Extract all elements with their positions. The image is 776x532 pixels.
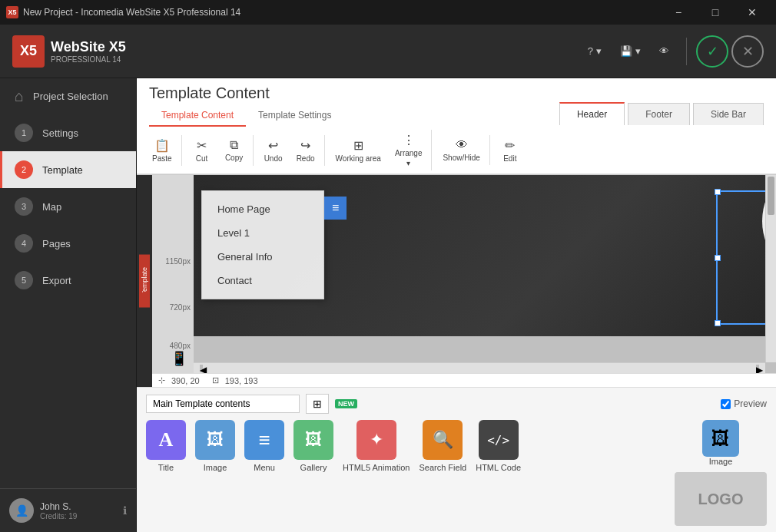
sidebar-item-pages[interactable]: 4 Pages	[0, 225, 136, 262]
sidebar-label-settings: Settings	[42, 127, 78, 139]
sidebar-item-project-selection[interactable]: ⌂ Project Selection	[0, 78, 136, 114]
sidebar-item-export[interactable]: 5 Export	[0, 262, 136, 299]
header-close-button[interactable]: ✕	[731, 35, 764, 68]
step-number-3: 3	[15, 197, 33, 216]
horizontal-scrollbar[interactable]: ◀ ▶	[194, 362, 765, 373]
avatar: 👤	[9, 498, 34, 523]
logo-icon: X5	[12, 35, 45, 68]
arrange-chevron: ▾	[406, 159, 410, 167]
edit-icon: ✏	[505, 138, 515, 153]
window-title: New Project - Incomedia WebSite X5 Profe…	[23, 7, 661, 18]
nav-item-home[interactable]: Home Page	[202, 197, 323, 221]
menu-icon: ≡	[244, 420, 284, 460]
working-area-label: Working area	[336, 154, 381, 163]
redo-label: Redo	[297, 154, 315, 163]
preview-checkbox[interactable]	[721, 399, 731, 409]
object-gallery[interactable]: 🖼 Gallery	[293, 420, 333, 472]
cut-button[interactable]: ✂ Cut	[187, 135, 217, 166]
sel-handle-tl[interactable]	[715, 189, 721, 195]
object-label-image: Image	[204, 463, 227, 472]
scroll-right-btn[interactable]: ▶	[756, 365, 759, 372]
save-button[interactable]: 💾 ▾	[612, 41, 648, 61]
arrange-button[interactable]: ⋮ Arrange ▾	[389, 130, 429, 170]
gallery-icon: 🖼	[293, 420, 333, 460]
step-number-2: 2	[15, 160, 33, 179]
canvas-position: 390, 20	[171, 376, 200, 385]
nav-popup: Home Page Level 1 General Info Contact	[201, 190, 324, 299]
toolbar-edit-group: ✂ Cut ⧉ Copy	[184, 135, 254, 166]
show-hide-button[interactable]: 👁 Show/Hide	[436, 135, 486, 165]
sidebar-item-template[interactable]: 2 Template	[0, 151, 136, 188]
titlebar: X5 New Project - Incomedia WebSite X5 Pr…	[0, 0, 776, 25]
ok-button[interactable]: ✓	[696, 35, 728, 68]
object-html-code[interactable]: </> HTML Code	[476, 420, 521, 472]
paste-label: Paste	[152, 154, 172, 163]
logo-area: X5 WebSite X5 PROFESSIONAL 14	[12, 35, 126, 68]
object-title[interactable]: A Title	[146, 420, 186, 472]
nav-item-general[interactable]: General Info	[202, 245, 323, 269]
edit-button[interactable]: ✏ Edit	[495, 135, 526, 166]
tab-footer[interactable]: Footer	[628, 103, 690, 125]
redo-button[interactable]: ↪ Redo	[290, 135, 321, 166]
step-number-1: 1	[15, 124, 33, 142]
app-version: PROFESSIONAL 14	[51, 55, 126, 64]
template-side-indicator: Template	[137, 175, 152, 387]
object-image[interactable]: 🖼 Image	[195, 420, 235, 472]
minimize-button[interactable]: −	[661, 0, 696, 25]
object-label-title: Title	[158, 463, 174, 472]
object-search[interactable]: 🔍 Search Field	[419, 420, 466, 472]
sidebar-item-settings[interactable]: 1 Settings	[0, 114, 136, 151]
add-content-button[interactable]: ⊞	[306, 394, 329, 414]
px-label-1150: 1150px	[165, 257, 191, 266]
preview-object-label: Image	[709, 457, 733, 466]
cut-label: Cut	[196, 154, 208, 163]
preview-button[interactable]: 👁	[652, 41, 677, 61]
template-contents-dropdown[interactable]: Main Template contents	[146, 395, 300, 413]
home-icon: ⌂	[15, 88, 24, 105]
app-icon: X5	[6, 6, 18, 18]
tab-template-content[interactable]: Template Content	[149, 105, 246, 127]
sidebar-label-export: Export	[42, 275, 71, 286]
nav-item-level1[interactable]: Level 1	[202, 221, 323, 245]
sel-handle-bl[interactable]	[715, 320, 721, 326]
bottom-panel: Main Template contents ⊞ NEW Preview	[137, 387, 776, 532]
logo-text: WebSite X5 PROFESSIONAL 14	[51, 39, 126, 64]
header-actions: ? ▾ 💾 ▾ 👁 ✓ ✕	[580, 35, 764, 68]
header-divider	[686, 38, 687, 65]
step-number-4: 4	[15, 234, 33, 253]
user-name: John S.	[40, 501, 117, 512]
position-icon: ⊹	[158, 375, 165, 385]
vertical-scrollbar[interactable]	[765, 175, 776, 362]
object-menu[interactable]: ≡ Menu	[244, 420, 284, 472]
canvas-viewport[interactable]: Home Page Level 1 General Info Contact ≡…	[194, 175, 776, 373]
template-label[interactable]: Template	[139, 255, 150, 308]
tab-template-settings[interactable]: Template Settings	[246, 105, 343, 127]
maximize-button[interactable]: □	[698, 0, 733, 25]
working-area-button[interactable]: ⊞ Working area	[330, 135, 387, 166]
scroll-left-btn[interactable]: ◀	[200, 365, 203, 372]
undo-button[interactable]: ↩ Undo	[258, 135, 289, 166]
ribbon-area: Template Content Template Content Templa…	[137, 78, 776, 175]
toolbar-paste-group: 📋 Paste	[143, 135, 182, 166]
step-number-5: 5	[15, 271, 33, 289]
help-button[interactable]: ? ▾	[580, 41, 609, 61]
close-button[interactable]: ✕	[735, 0, 770, 25]
hamburger-button[interactable]: ≡	[324, 197, 347, 220]
save-icon: 💾	[620, 45, 632, 57]
layout-icon: ⊞	[353, 138, 363, 153]
tab-header[interactable]: Header	[559, 102, 625, 125]
title-icon: A	[146, 420, 186, 460]
sel-handle-ml[interactable]	[715, 255, 721, 261]
info-icon[interactable]: ℹ	[123, 504, 127, 517]
paste-button[interactable]: 📋 Paste	[146, 135, 178, 166]
sidebar-item-map[interactable]: 3 Map	[0, 188, 136, 225]
preview-object-icon: 🖼	[702, 420, 739, 457]
status-bar: ⊹ 390, 20 ⊡ 193, 193	[152, 373, 776, 387]
tab-sidebar[interactable]: Side Bar	[693, 103, 764, 125]
vscroll-thumb[interactable]	[768, 177, 774, 215]
nav-item-contact[interactable]: Contact	[202, 269, 323, 292]
redo-icon: ↪	[300, 138, 310, 153]
object-html5[interactable]: ✦ HTML5 Animation	[343, 420, 410, 472]
sidebar-label-project: Project Selection	[33, 91, 108, 102]
copy-button[interactable]: ⧉ Copy	[219, 135, 250, 165]
